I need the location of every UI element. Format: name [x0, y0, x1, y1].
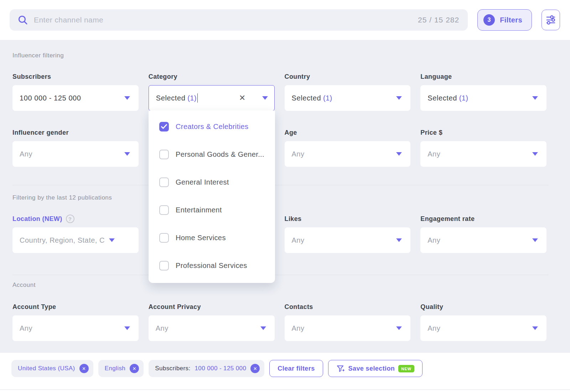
likes-dropdown[interactable]: Any	[285, 227, 411, 253]
checkbox-icon[interactable]	[159, 233, 169, 243]
engagement-filter: Engagement rate Any	[420, 215, 546, 253]
chevron-down-icon	[124, 152, 130, 156]
checkbox-icon[interactable]	[159, 177, 169, 187]
language-filter: Language Selected (1)	[420, 73, 546, 111]
chevron-down-icon	[532, 152, 538, 156]
influencer-filter-page: 25 / 15 282 3 Filters Influencer filteri…	[0, 0, 570, 392]
filter-chip-language: English ✕	[98, 360, 144, 377]
engagement-dropdown[interactable]: Any	[420, 227, 546, 253]
subscribers-dropdown[interactable]: 100 000 - 125 000	[12, 85, 139, 111]
filter-row-4: Account Type Any Account Privacy Any Con…	[12, 303, 546, 341]
chevron-down-icon	[124, 96, 130, 100]
contacts-filter: Contacts Any	[285, 303, 411, 341]
category-count: (1)	[187, 94, 196, 102]
location-filter: Location (NEW) ? Country, Region, State,…	[12, 215, 139, 253]
subscribers-value: 100 000 - 125 000	[20, 94, 81, 102]
filter-row-1: Subscribers 100 000 - 125 000 Category S…	[12, 73, 546, 111]
checkbox-checked-icon[interactable]	[159, 122, 169, 131]
gender-dropdown[interactable]: Any	[12, 141, 139, 167]
age-label: Age	[285, 129, 411, 136]
remove-chip-icon[interactable]: ✕	[130, 364, 139, 373]
section-influencer-filtering: Influencer filtering	[12, 40, 570, 59]
location-dropdown[interactable]: Country, Region, State, C	[12, 227, 139, 253]
category-option-label: Professional Services	[176, 262, 247, 270]
page-bottom-divider	[0, 390, 570, 392]
chevron-down-icon	[532, 238, 538, 242]
location-label: Location (NEW) ?	[12, 215, 139, 223]
category-option[interactable]: Entertainment	[149, 196, 275, 224]
category-dropdown-trigger[interactable]: Selected (1) ✕	[149, 85, 275, 111]
section-divider	[12, 185, 549, 185]
checkbox-icon[interactable]	[159, 261, 169, 270]
filter-row-3: Location (NEW) ? Country, Region, State,…	[12, 215, 546, 253]
language-count: (1)	[459, 94, 468, 102]
category-label: Category	[149, 73, 275, 81]
chevron-down-icon	[396, 96, 402, 100]
search-input[interactable]	[34, 16, 412, 24]
category-option[interactable]: Professional Services	[149, 252, 275, 279]
country-count: (1)	[323, 94, 332, 102]
gender-label: Influencer gender	[12, 129, 139, 136]
chevron-down-icon	[260, 326, 266, 330]
category-dropdown-panel: Creators & Celebrities Personal Goods & …	[149, 110, 275, 283]
language-label: Language	[420, 73, 546, 81]
gender-value: Any	[20, 150, 32, 158]
filters-button-label: Filters	[500, 16, 522, 24]
quality-filter: Quality Any	[420, 303, 546, 341]
price-value: Any	[428, 150, 440, 158]
quality-dropdown[interactable]: Any	[420, 315, 546, 341]
chevron-down-icon	[109, 238, 115, 242]
section-divider	[12, 275, 549, 275]
checkbox-icon[interactable]	[159, 205, 169, 215]
subscribers-label: Subscribers	[12, 73, 139, 81]
category-option-label: Entertainment	[176, 206, 222, 214]
remove-chip-icon[interactable]: ✕	[79, 364, 89, 373]
chips-row: United States (USA) ✕ English ✕ Subscrib…	[0, 353, 570, 377]
category-option[interactable]: General Interest	[149, 168, 275, 196]
likes-filter: Likes Any	[285, 215, 411, 253]
chevron-down-icon	[124, 326, 130, 330]
language-dropdown[interactable]: Selected (1)	[420, 85, 546, 111]
gender-filter: Influencer gender Any	[12, 129, 139, 167]
subscribers-filter: Subscribers 100 000 - 125 000	[12, 73, 139, 111]
location-placeholder: Country, Region, State, C	[20, 236, 105, 244]
category-option[interactable]: Personal Goods & Gener...	[149, 140, 275, 168]
clear-filters-button[interactable]: Clear filters	[269, 360, 323, 377]
category-option[interactable]: Home Services	[149, 224, 275, 252]
chevron-down-icon	[532, 326, 538, 330]
chevron-down-icon	[396, 326, 402, 330]
save-selection-button[interactable]: Save selection NEW	[328, 360, 423, 377]
funnel-plus-icon	[336, 364, 345, 373]
filter-row-2: Influencer gender Any Age Any Price $ An…	[12, 129, 546, 167]
filter-settings-button[interactable]	[542, 10, 560, 30]
contacts-dropdown[interactable]: Any	[285, 315, 411, 341]
category-filter: Category Selected (1) ✕	[149, 73, 275, 111]
contacts-value: Any	[292, 324, 305, 332]
account-privacy-dropdown[interactable]: Any	[149, 315, 275, 341]
filters-button[interactable]: 3 Filters	[477, 9, 532, 31]
active-filters-bar: United States (USA) ✕ English ✕ Subscrib…	[0, 353, 570, 392]
remove-chip-icon[interactable]: ✕	[250, 364, 260, 373]
account-type-dropdown[interactable]: Any	[12, 315, 139, 341]
category-option-label: Creators & Celebrities	[176, 123, 248, 131]
help-icon[interactable]: ?	[66, 215, 74, 223]
filters-count-badge: 3	[483, 14, 495, 26]
price-dropdown[interactable]: Any	[420, 141, 546, 167]
chevron-down-icon	[396, 238, 402, 242]
category-value: Selected	[156, 94, 186, 102]
close-icon[interactable]: ✕	[239, 93, 246, 103]
category-option-label: Home Services	[176, 234, 226, 242]
category-option[interactable]: Creators & Celebrities	[149, 113, 275, 140]
channel-search-box[interactable]: 25 / 15 282	[10, 9, 468, 31]
likes-value: Any	[292, 236, 305, 244]
age-value: Any	[292, 150, 305, 158]
checkbox-icon[interactable]	[159, 150, 169, 159]
country-filter: Country Selected (1)	[285, 73, 411, 111]
country-dropdown[interactable]: Selected (1)	[285, 85, 411, 111]
section-publications-filtering: Filtering by the last 12 publications	[12, 194, 570, 201]
language-value: Selected	[428, 94, 457, 102]
account-type-label: Account Type	[12, 303, 139, 311]
age-dropdown[interactable]: Any	[285, 141, 411, 167]
search-icon	[17, 15, 28, 25]
country-value: Selected	[292, 94, 321, 102]
